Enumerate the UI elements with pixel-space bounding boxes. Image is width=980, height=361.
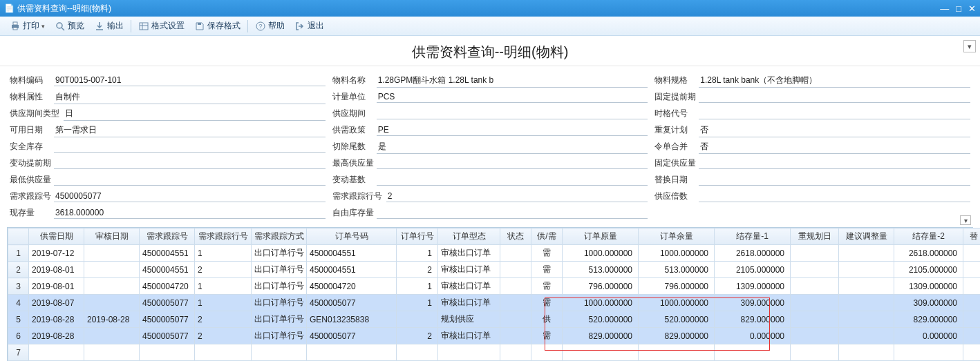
table-cell[interactable]: 1 — [195, 245, 252, 262]
table-cell[interactable]: 4500005077 — [307, 328, 397, 344]
table-cell[interactable]: 0.000000 — [894, 328, 963, 344]
table-cell[interactable] — [839, 245, 894, 262]
close-button[interactable]: ✕ — [968, 3, 976, 14]
table-cell[interactable] — [140, 344, 195, 361]
table-cell[interactable] — [791, 344, 839, 361]
fld-value[interactable]: 否 — [699, 124, 970, 137]
fld-value[interactable] — [699, 158, 970, 169]
table-cell[interactable]: 2019-08-28 — [29, 328, 84, 344]
export-button[interactable]: 输出 — [90, 19, 128, 33]
table-cell[interactable]: 1000.000000 — [563, 245, 639, 262]
table-cell[interactable] — [500, 328, 531, 344]
col-header[interactable]: 结存量-1 — [715, 228, 791, 245]
table-cell[interactable] — [791, 245, 839, 262]
table-cell[interactable]: 2019-08-28 — [84, 311, 140, 328]
table-cell[interactable]: 1309.000000 — [715, 278, 791, 295]
table-cell[interactable] — [307, 344, 397, 361]
table-cell[interactable] — [839, 278, 894, 295]
table-cell[interactable]: 4500005077 — [140, 311, 195, 328]
table-cell[interactable]: 4500004720 — [140, 278, 195, 295]
maximize-button[interactable]: □ — [956, 3, 961, 14]
table-cell[interactable]: 520.000000 — [563, 311, 639, 328]
col-header[interactable]: 需求跟踪方式 — [252, 228, 307, 245]
table-cell[interactable]: 2 — [397, 262, 438, 278]
fld-value[interactable] — [377, 175, 648, 186]
table-cell[interactable]: 1 — [397, 245, 438, 262]
table-row[interactable]: 32019-08-0145000047201出口订单行号45000047201审… — [8, 278, 981, 295]
fld-value[interactable]: 是 — [377, 140, 648, 154]
table-cell[interactable]: 4500004551 — [307, 262, 397, 278]
col-header[interactable]: 审核日期 — [84, 228, 140, 245]
fld-value[interactable] — [699, 108, 970, 119]
table-cell[interactable]: 2618.000000 — [894, 245, 963, 262]
table-cell[interactable]: 4500005077 — [307, 295, 397, 311]
col-header[interactable]: 建议调整量 — [839, 228, 894, 245]
table-row[interactable]: 62019-08-2845000050772出口订单行号45000050772审… — [8, 328, 981, 344]
table-cell[interactable]: 2 — [397, 328, 438, 344]
table-cell[interactable]: 出口订单行号 — [252, 262, 307, 278]
col-header[interactable]: 替 — [963, 228, 981, 245]
table-cell[interactable]: 规划供应 — [438, 311, 500, 328]
table-cell[interactable]: 4500005077 — [140, 328, 195, 344]
table-cell[interactable]: 需 — [531, 328, 563, 344]
fld-value[interactable]: 1.28L tank bank（不含地脚帽） — [699, 74, 970, 88]
fld-value[interactable]: 日 — [64, 107, 326, 121]
table-cell[interactable] — [84, 278, 140, 295]
help-button[interactable]: ? 帮助 — [251, 19, 289, 33]
table-cell[interactable]: 4500005077 — [140, 295, 195, 311]
table-cell[interactable]: 1000.000000 — [639, 295, 715, 311]
fld-value[interactable]: 1.28GPM翻斗水箱 1.28L tank b — [377, 74, 648, 88]
table-cell[interactable]: 审核出口订单 — [438, 245, 500, 262]
table-cell[interactable] — [839, 295, 894, 311]
table-cell[interactable] — [639, 344, 715, 361]
table-cell[interactable] — [84, 295, 140, 311]
table-cell[interactable]: 309.000000 — [715, 295, 791, 311]
table-cell[interactable]: 513.000000 — [639, 262, 715, 278]
table-cell[interactable] — [791, 295, 839, 311]
table-cell[interactable]: 出口订单行号 — [252, 245, 307, 262]
table-cell[interactable] — [963, 245, 981, 262]
table-cell[interactable]: 4500004720 — [307, 278, 397, 295]
table-cell[interactable]: 4500004551 — [140, 262, 195, 278]
minimize-button[interactable]: — — [940, 3, 949, 14]
table-cell[interactable] — [963, 311, 981, 328]
table-cell[interactable] — [438, 344, 500, 361]
table-cell[interactable]: 829.000000 — [894, 311, 963, 328]
table-cell[interactable]: 1000.000000 — [639, 245, 715, 262]
grid-expand-button[interactable]: ▾ — [960, 215, 971, 225]
table-cell[interactable]: 需 — [531, 262, 563, 278]
table-cell[interactable] — [791, 262, 839, 278]
fld-value[interactable] — [54, 158, 326, 169]
table-cell[interactable]: 3 — [8, 278, 29, 295]
table-cell[interactable] — [839, 311, 894, 328]
table-cell[interactable]: 796.000000 — [563, 278, 639, 295]
table-row[interactable]: 42019-08-0745000050771出口订单行号45000050771审… — [8, 295, 981, 311]
table-cell[interactable]: 1 — [195, 295, 252, 311]
fld-value[interactable] — [699, 175, 970, 186]
data-grid[interactable]: 供需日期 审核日期 需求跟踪号 需求跟踪行号 需求跟踪方式 订单号码 订单行号 … — [8, 228, 980, 361]
table-cell[interactable]: 7 — [8, 344, 29, 361]
fld-value[interactable] — [377, 108, 648, 119]
col-header[interactable]: 供/需 — [531, 228, 563, 245]
table-cell[interactable]: 6 — [8, 328, 29, 344]
fld-value[interactable]: 90T0015-007-101 — [54, 75, 326, 86]
table-row[interactable]: 7 — [8, 344, 981, 361]
table-cell[interactable]: 审核出口订单 — [438, 295, 500, 311]
table-cell[interactable]: 2 — [8, 262, 29, 278]
table-cell[interactable] — [963, 295, 981, 311]
table-cell[interactable] — [84, 245, 140, 262]
table-cell[interactable] — [500, 278, 531, 295]
table-cell[interactable]: 1 — [195, 278, 252, 295]
table-cell[interactable]: 1309.000000 — [894, 278, 963, 295]
table-cell[interactable] — [29, 344, 84, 361]
table-cell[interactable]: 796.000000 — [639, 278, 715, 295]
table-cell[interactable] — [963, 328, 981, 344]
table-cell[interactable] — [531, 344, 563, 361]
table-cell[interactable] — [963, 344, 981, 361]
table-cell[interactable]: 1 — [397, 278, 438, 295]
table-cell[interactable]: 309.000000 — [894, 295, 963, 311]
exit-button[interactable]: 退出 — [290, 19, 328, 33]
table-cell[interactable]: 审核出口订单 — [438, 328, 500, 344]
save-format-button[interactable]: 保存格式 — [190, 19, 245, 33]
table-cell[interactable]: 2019-08-01 — [29, 262, 84, 278]
